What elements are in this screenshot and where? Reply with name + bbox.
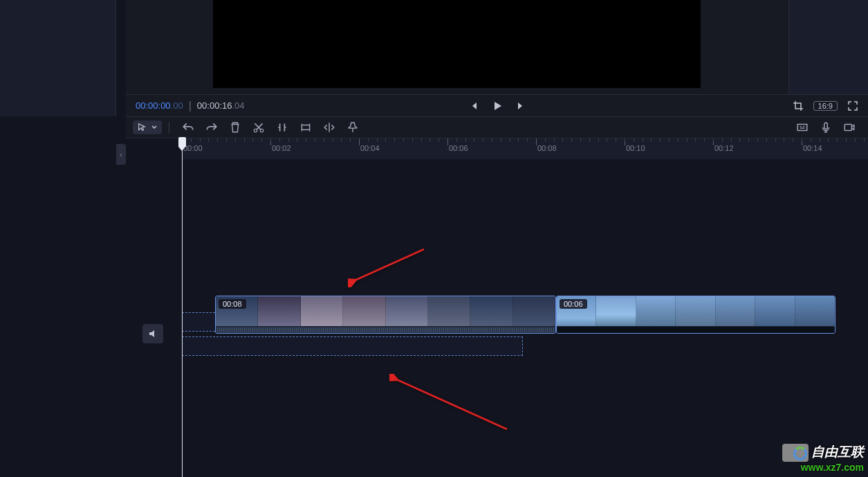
preview-area: [126, 0, 788, 94]
timecode-total: 00:00:16.04: [197, 100, 245, 111]
aspect-ratio-button[interactable]: 16:9: [813, 101, 838, 111]
track-mute-button[interactable]: [142, 324, 163, 343]
right-panel: [788, 0, 868, 94]
prev-frame-icon[interactable]: [468, 100, 479, 111]
mirror-icon[interactable]: [323, 121, 335, 134]
playhead[interactable]: [182, 138, 183, 477]
svg-rect-3: [797, 125, 807, 131]
video-preview[interactable]: [213, 0, 701, 88]
watermark: 自由互联 www.xz7.com: [782, 443, 864, 473]
speaker-icon: [147, 328, 158, 339]
auto-caption-icon[interactable]: [796, 121, 809, 134]
split-icon[interactable]: [276, 121, 288, 134]
watermark-logo-icon: [782, 444, 809, 462]
video-clip-1[interactable]: 00:08: [215, 296, 556, 334]
svg-line-6: [355, 249, 424, 280]
left-panel: [0, 0, 116, 116]
undo-icon[interactable]: [182, 121, 194, 134]
svg-line-7: [396, 379, 507, 429]
clip-region[interactable]: 00:08 00:06: [182, 159, 868, 477]
redo-icon[interactable]: [205, 121, 218, 134]
svg-rect-4: [824, 123, 828, 129]
annotation-arrow-bottom: [389, 374, 514, 439]
cursor-icon: [137, 123, 147, 132]
timeline: ‹ 00:00 00:02 00:04 00:06 00:08 00:10 00…: [116, 138, 868, 477]
voiceover-icon[interactable]: [820, 121, 832, 134]
video-clip-2[interactable]: 00:06: [556, 296, 835, 334]
playback-bar: 00:00:00.00 | 00:00:16.04 16:9: [126, 94, 868, 116]
select-tool-dropdown[interactable]: [133, 120, 162, 134]
chevron-left-icon: ‹: [120, 151, 122, 159]
svg-rect-5: [844, 125, 851, 131]
drop-target-ghost-bottom: [182, 336, 523, 356]
track-area: 00:08 00:06: [116, 159, 868, 477]
cut-icon[interactable]: [252, 121, 265, 134]
clip-duration-badge: 00:06: [560, 299, 587, 309]
crop-timeline-icon[interactable]: [299, 121, 312, 134]
playhead-handle[interactable]: [178, 137, 186, 147]
clip-duration-badge: 00:08: [219, 299, 246, 309]
play-icon[interactable]: [492, 100, 503, 111]
chevron-down-icon: [151, 124, 158, 131]
timeline-toolbar: [126, 116, 868, 138]
record-screen-icon[interactable]: [843, 121, 856, 134]
clip-audio-waveform: [557, 326, 835, 333]
annotation-arrow-top: [348, 246, 431, 290]
pin-icon[interactable]: [347, 121, 359, 134]
timecode-current: 00:00:00.00: [136, 100, 183, 111]
timeline-ruler[interactable]: 00:00 00:02 00:04 00:06 00:08 00:10 00:1…: [182, 138, 868, 159]
clip-audio-waveform: [216, 326, 555, 333]
fullscreen-icon[interactable]: [847, 100, 858, 111]
delete-icon[interactable]: [229, 121, 241, 134]
timecode-separator: |: [189, 100, 192, 112]
crop-icon[interactable]: [793, 100, 804, 111]
next-frame-icon[interactable]: [515, 100, 526, 111]
svg-rect-2: [302, 125, 309, 130]
